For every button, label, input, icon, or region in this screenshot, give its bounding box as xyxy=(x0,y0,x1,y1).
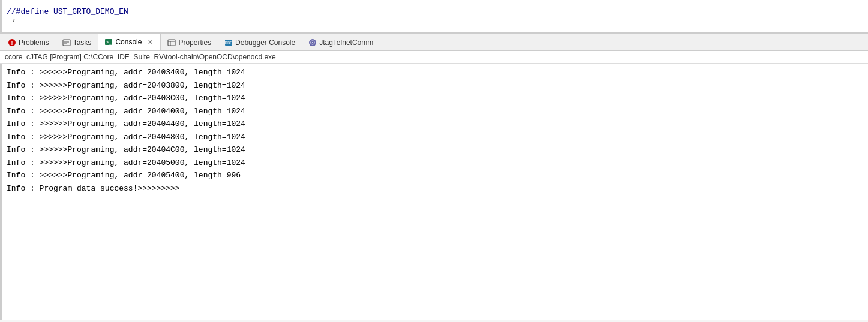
properties-icon xyxy=(167,38,176,47)
console-line: Info : >>>>>>Programing, addr=20403400, … xyxy=(2,66,868,79)
console-line: Info : >>>>>>Programing, addr=20403800, … xyxy=(2,79,868,92)
svg-text:DBG: DBG xyxy=(225,41,233,46)
jtag-icon xyxy=(308,38,317,47)
code-editor-top: //#define UST_GRTO_DEMO_EN ‹ xyxy=(0,0,868,33)
console-line: Info : >>>>>>Programing, addr=20405000, … xyxy=(2,157,868,170)
tab-tasks-label: Tasks xyxy=(73,38,92,47)
console-line: Info : Program data success!>>>>>>>>> xyxy=(2,182,868,195)
console-line: Info : >>>>>>Programing, addr=20404000, … xyxy=(2,105,868,118)
console-line: Info : >>>>>>Programing, addr=20404C00, … xyxy=(2,143,868,157)
code-line-1: //#define UST_GRTO_DEMO_EN xyxy=(7,7,863,16)
console-line: Info : >>>>>>Programing, addr=20404800, … xyxy=(2,131,868,144)
tab-console-close[interactable]: ✕ xyxy=(146,38,154,46)
tab-jtag-label: JtagTelnetComm xyxy=(319,38,373,47)
svg-text:!: ! xyxy=(11,40,13,46)
console-output[interactable]: Info : >>>>>>Programing, addr=20403400, … xyxy=(0,64,868,320)
svg-point-15 xyxy=(312,42,313,43)
debugger-icon: DBG xyxy=(224,38,233,47)
tab-properties[interactable]: Properties xyxy=(161,34,218,50)
console-line: Info : >>>>>>Programing, addr=20403C00, … xyxy=(2,92,868,105)
console-line: Info : >>>>>>Programing, addr=20404400, … xyxy=(2,118,868,131)
problems-icon: ! xyxy=(8,38,16,47)
tasks-icon xyxy=(62,38,71,47)
scroll-hint: ‹ xyxy=(7,16,863,25)
tab-problems-label: Problems xyxy=(19,38,49,47)
tab-console[interactable]: >_ Console ✕ xyxy=(98,34,161,50)
tab-console-label: Console xyxy=(115,38,142,46)
console-line: Info : >>>>>>Programing, addr=20405400, … xyxy=(2,169,868,182)
tab-problems[interactable]: ! Problems xyxy=(1,34,56,50)
tab-jtag[interactable]: JtagTelnetComm xyxy=(302,34,380,50)
tab-properties-label: Properties xyxy=(178,38,211,47)
console-title: ccore_cJTAG [Program] C:\CCore_IDE_Suite… xyxy=(0,51,868,64)
console-icon: >_ xyxy=(104,38,113,46)
svg-text:>_: >_ xyxy=(106,40,112,45)
svg-rect-8 xyxy=(168,40,175,46)
tab-debugger-console[interactable]: DBG Debugger Console xyxy=(218,34,302,50)
tab-tasks[interactable]: Tasks xyxy=(56,34,98,50)
tab-bar: ! Problems Tasks >_ Console ✕ xyxy=(0,33,868,51)
tab-debugger-label: Debugger Console xyxy=(235,38,295,47)
